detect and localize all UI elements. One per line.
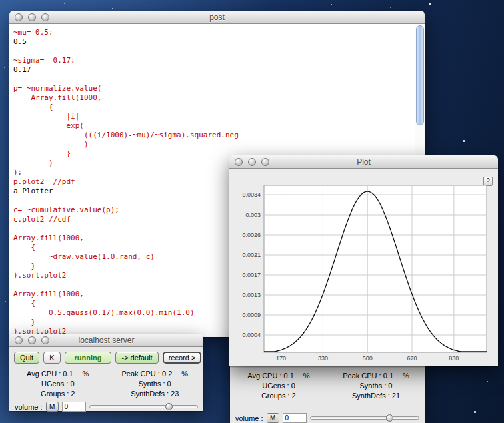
code-line: 0.17 (13, 65, 415, 75)
stat-cell: Synths : 0 (107, 380, 204, 388)
server-status: running (65, 352, 112, 364)
zoom-button[interactable] (41, 336, 49, 344)
window-controls (15, 13, 49, 21)
stat-cell: SynthDefs : 23 (107, 390, 204, 398)
volume-slider[interactable] (89, 405, 198, 408)
code-line: ~sigma= 0.17; (13, 56, 415, 65)
post-scrollbar-thumb[interactable] (416, 25, 424, 125)
svg-text:0.003: 0.003 (245, 212, 261, 218)
plot-canvas: ? 0.00340.0030.00260.00210.00170.00130.0… (229, 169, 498, 366)
stat-cell: Avg CPU : 0.1% (9, 370, 107, 378)
volume-row: volume : M 0 (230, 410, 425, 423)
code-line: (((i/1000)-~mu)/~sigma).squared.neg (13, 131, 415, 140)
minimize-button[interactable] (28, 13, 36, 21)
default-button[interactable]: -> default (115, 352, 158, 364)
svg-text:0.0004: 0.0004 (242, 332, 261, 338)
svg-text:670: 670 (407, 355, 417, 362)
svg-text:0.0026: 0.0026 (242, 232, 261, 238)
volume-row: volume : M 0 (9, 398, 203, 412)
server-stats-row: Groups : 2SynthDefs : 23 (9, 388, 203, 398)
code-line (13, 75, 415, 84)
post-window-titlebar[interactable]: post (9, 11, 425, 24)
localhost-server-title: localhost server (78, 336, 134, 345)
plot-window-title: Plot (357, 157, 371, 167)
close-button[interactable] (15, 336, 23, 344)
volume-slider-thumb[interactable] (386, 414, 393, 422)
code-line: exp( (13, 121, 415, 131)
localhost-server-titlebar[interactable]: localhost server (9, 334, 203, 347)
volume-label: volume : (235, 414, 263, 422)
svg-text:0.0013: 0.0013 (242, 292, 261, 298)
close-button[interactable] (15, 13, 23, 21)
svg-text:0.0009: 0.0009 (242, 312, 261, 318)
mute-button[interactable]: M (46, 402, 59, 412)
code-line: |i| (13, 112, 415, 121)
code-line: 0.5 (13, 37, 415, 47)
server-stats: Avg CPU : 0.1%Peak CPU : 0.1%UGens : 0Sy… (230, 370, 425, 400)
volume-field[interactable]: 0 (62, 402, 86, 412)
post-window-title: post (209, 13, 225, 22)
server-stats-row: Avg CPU : 0.1%Peak CPU : 0.1% (230, 370, 425, 380)
gaussian-curve-plot: 0.00340.0030.00260.00210.00170.00130.000… (237, 184, 489, 366)
svg-text:170: 170 (276, 355, 286, 362)
minimize-button[interactable] (28, 336, 36, 344)
server-stats-row: UGens : 0Synths : 0 (9, 378, 203, 388)
stat-cell: SynthDefs : 21 (327, 392, 425, 400)
code-line: { (13, 103, 415, 112)
desktop: post ~mu= 0.5;0.5 ~sigma= 0.17;0.17 p= ~… (0, 0, 504, 423)
server-stats-row: UGens : 0Synths : 0 (230, 380, 425, 390)
k-button[interactable]: K (43, 352, 60, 364)
stat-cell: Synths : 0 (327, 382, 425, 390)
stat-cell: Groups : 2 (9, 390, 107, 398)
quit-button[interactable]: Quit (14, 352, 39, 364)
server-stats-row: Groups : 2SynthDefs : 21 (230, 390, 425, 400)
stat-cell: Peak CPU : 0.1% (327, 372, 425, 380)
mute-button[interactable]: M (267, 413, 279, 423)
svg-text:0.0017: 0.0017 (242, 272, 261, 278)
zoom-button[interactable] (41, 13, 49, 21)
svg-text:830: 830 (449, 355, 459, 362)
code-line: Array.fill(1000, (13, 93, 415, 103)
stat-cell: UGens : 0 (9, 380, 107, 388)
server-stats: Avg CPU : 0.1%Peak CPU : 0.2%UGens : 0Sy… (9, 368, 203, 398)
stat-cell: Groups : 2 (230, 392, 327, 400)
server-body: Quit K running -> default record > Avg C… (9, 347, 203, 411)
stat-cell: UGens : 0 (230, 382, 327, 390)
plot-window-titlebar[interactable]: Plot (229, 155, 498, 169)
close-button[interactable] (235, 158, 243, 166)
code-line: ) (13, 140, 415, 149)
code-line (13, 47, 415, 56)
minimize-button[interactable] (248, 158, 256, 166)
code-line: ~mu= 0.5; (13, 28, 415, 37)
svg-text:330: 330 (318, 355, 328, 362)
stat-cell: Avg CPU : 0.1% (230, 372, 327, 380)
stat-cell: Peak CPU : 0.2% (107, 370, 204, 378)
starfield-background (0, 0, 1, 1)
svg-text:0.0021: 0.0021 (242, 252, 261, 258)
window-controls (15, 336, 49, 344)
server-stats-row: Avg CPU : 0.1%Peak CPU : 0.2% (9, 368, 203, 378)
record-button[interactable]: record > (163, 352, 202, 364)
code-line: p= ~normalize.value( (13, 84, 415, 93)
volume-slider-thumb[interactable] (165, 403, 173, 410)
server-controls: Quit K running -> default record > (9, 347, 203, 366)
svg-text:0.0034: 0.0034 (242, 191, 261, 198)
volume-label: volume : (15, 403, 43, 411)
volume-field[interactable]: 0 (283, 413, 307, 423)
volume-slider[interactable] (310, 416, 419, 420)
zoom-button[interactable] (261, 158, 269, 166)
svg-text:500: 500 (363, 355, 373, 362)
localhost-server-window: localhost server Quit K running -> defau… (9, 334, 203, 411)
window-controls (235, 158, 269, 166)
plot-window: Plot ? 0.00340.0030.00260.00210.00170.00… (229, 155, 498, 366)
